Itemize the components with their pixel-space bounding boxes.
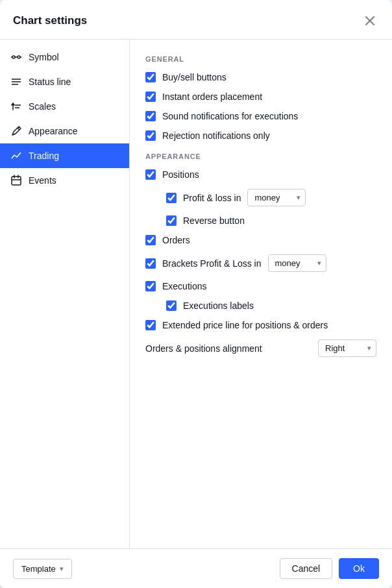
alignment-label: Orders & positions alignment (145, 343, 312, 354)
positions-text: Positions (162, 169, 199, 180)
alignment-select-wrap: Right Left ▾ (318, 339, 376, 357)
sidebar-item-scales-label: Scales (29, 101, 56, 112)
executions-labels-label[interactable]: Executions labels (166, 300, 376, 311)
executions-labels-text: Executions labels (183, 300, 254, 311)
dialog-body: Symbol Status line (0, 40, 392, 548)
sound-notif-checkbox[interactable] (145, 111, 156, 121)
profit-loss-checkbox[interactable] (166, 193, 177, 203)
sidebar-item-status-line[interactable]: Status line (0, 69, 129, 94)
sidebar-item-trading[interactable]: Trading (0, 143, 129, 168)
svg-point-3 (18, 56, 20, 58)
svg-line-12 (18, 128, 19, 130)
instant-orders-row: Instant orders placement (145, 92, 376, 102)
close-button[interactable] (361, 12, 379, 30)
instant-orders-checkbox[interactable] (145, 92, 156, 102)
orders-row: Orders (145, 235, 376, 245)
dialog-footer: Template ▾ Cancel Ok (0, 548, 392, 588)
extended-price-label[interactable]: Extended price line for positions & orde… (145, 320, 376, 330)
trading-icon (10, 150, 22, 162)
orders-label[interactable]: Orders (145, 235, 376, 245)
scales-icon (10, 101, 22, 112)
executions-label[interactable]: Executions (145, 281, 376, 291)
alignment-select[interactable]: Right Left (318, 339, 376, 357)
sidebar-item-events-label: Events (29, 175, 56, 186)
dialog-title: Chart settings (13, 14, 87, 27)
positions-row: Positions (145, 169, 376, 180)
brackets-label-wrap[interactable]: Brackets Profit & Loss in (145, 258, 262, 269)
executions-text: Executions (162, 281, 206, 291)
executions-labels-row: Executions labels (166, 300, 376, 311)
cancel-button[interactable]: Cancel (280, 558, 333, 579)
close-icon (365, 16, 375, 26)
sidebar-item-trading-label: Trading (29, 151, 59, 161)
sidebar-item-events[interactable]: Events (0, 168, 129, 193)
brackets-row: Brackets Profit & Loss in money percent … (145, 254, 376, 272)
ok-button[interactable]: Ok (339, 558, 379, 579)
executions-row: Executions (145, 281, 376, 291)
svg-point-2 (12, 56, 15, 58)
executions-labels-checkbox[interactable] (166, 300, 177, 311)
sidebar-item-symbol-label: Symbol (29, 52, 59, 62)
sidebar-item-status-line-label: Status line (29, 77, 71, 87)
buy-sell-label[interactable]: Buy/sell buttons (145, 72, 376, 82)
sidebar: Symbol Status line (0, 40, 130, 548)
brackets-checkbox[interactable] (145, 258, 156, 269)
appearance-icon (10, 125, 22, 137)
template-chevron-icon: ▾ (60, 565, 64, 573)
appearance-section: APPEARANCE Positions Profit & loss in (145, 153, 376, 357)
dialog-header: Chart settings (0, 0, 392, 40)
buy-sell-checkbox[interactable] (145, 72, 156, 82)
reverse-button-label[interactable]: Reverse button (166, 215, 376, 226)
buy-sell-row: Buy/sell buttons (145, 72, 376, 82)
instant-orders-label[interactable]: Instant orders placement (145, 92, 376, 102)
profit-loss-select-wrap: money percent ticks ▾ (247, 189, 306, 206)
rejection-notif-text: Rejection notifications only (162, 130, 270, 141)
brackets-text: Brackets Profit & Loss in (162, 258, 262, 269)
footer-actions: Cancel Ok (280, 558, 379, 579)
reverse-button-checkbox[interactable] (166, 215, 177, 226)
sidebar-item-scales[interactable]: Scales (0, 94, 129, 119)
events-icon (10, 175, 22, 186)
sidebar-item-appearance[interactable]: Appearance (0, 119, 129, 143)
profit-loss-label-wrap[interactable]: Profit & loss in (166, 193, 241, 203)
status-line-icon (10, 76, 22, 88)
brackets-select[interactable]: money percent ticks (268, 254, 326, 272)
extended-price-row: Extended price line for positions & orde… (145, 320, 376, 330)
orders-text: Orders (162, 235, 190, 245)
template-button-label: Template (21, 564, 56, 574)
extended-price-checkbox[interactable] (145, 320, 156, 330)
positions-checkbox[interactable] (145, 169, 156, 180)
sound-notif-label[interactable]: Sound notifications for executions (145, 111, 376, 121)
positions-label[interactable]: Positions (145, 169, 376, 180)
alignment-row: Orders & positions alignment Right Left … (145, 339, 376, 357)
instant-orders-text: Instant orders placement (162, 92, 262, 102)
chart-settings-dialog: Chart settings (0, 0, 392, 588)
rejection-notif-checkbox[interactable] (145, 130, 156, 141)
symbol-icon (10, 51, 22, 63)
sound-notif-row: Sound notifications for executions (145, 111, 376, 121)
template-button[interactable]: Template ▾ (13, 559, 72, 579)
sidebar-item-appearance-label: Appearance (29, 126, 78, 136)
reverse-button-text: Reverse button (183, 215, 245, 226)
svg-rect-13 (12, 177, 21, 185)
sidebar-item-symbol[interactable]: Symbol (0, 45, 129, 69)
reverse-button-row: Reverse button (166, 215, 376, 226)
profit-loss-select[interactable]: money percent ticks (247, 189, 306, 206)
profit-loss-row: Profit & loss in money percent ticks ▾ (166, 189, 376, 206)
sound-notif-text: Sound notifications for executions (162, 111, 298, 121)
appearance-section-label: APPEARANCE (145, 153, 376, 160)
main-content: GENERAL Buy/sell buttons Instant orders … (130, 40, 392, 548)
executions-checkbox[interactable] (145, 281, 156, 291)
rejection-notif-row: Rejection notifications only (145, 130, 376, 141)
brackets-select-wrap: money percent ticks ▾ (268, 254, 326, 272)
rejection-notif-label[interactable]: Rejection notifications only (145, 130, 376, 141)
general-section-label: GENERAL (145, 55, 376, 63)
orders-checkbox[interactable] (145, 235, 156, 245)
profit-loss-text: Profit & loss in (183, 193, 241, 203)
buy-sell-text: Buy/sell buttons (162, 72, 227, 82)
extended-price-text: Extended price line for positions & orde… (162, 320, 328, 330)
